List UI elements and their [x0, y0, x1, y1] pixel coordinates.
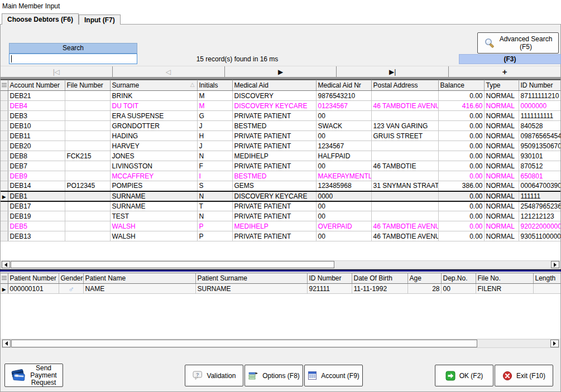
patient-grid: Patient NumberGenderPatient NamePatient …: [1, 273, 560, 294]
scrollbar-track[interactable]: [334, 261, 551, 268]
validation-button[interactable]: ? Validation: [185, 365, 243, 386]
table-row[interactable]: DEB8FCK215JONESNMEDIHELPHALFPAID0.00NORM…: [1, 151, 560, 161]
column-header[interactable]: Medical Aid: [232, 80, 316, 91]
add-record-button[interactable]: +: [449, 66, 560, 77]
table-row[interactable]: DEB5WALSHPMEDIHELPOVERPAID46 TAMBOTIE AV…: [1, 221, 560, 231]
f3-button[interactable]: (F3): [459, 54, 561, 64]
cell: BESTMED: [232, 121, 316, 131]
cell: 00: [316, 111, 371, 121]
table-row[interactable]: ▶000000101♂NAMESURNAME92111111-11-199228…: [1, 284, 560, 294]
record-navigator: |◁ ◁ ▶ ▶| +: [1, 66, 560, 77]
column-header[interactable]: Postal Address: [371, 80, 438, 91]
first-record-icon: |◁: [53, 68, 60, 76]
cell: 09876565454: [519, 131, 560, 141]
cell: M: [197, 101, 232, 111]
previous-record-button[interactable]: ◁: [113, 66, 225, 77]
search-header[interactable]: Search: [9, 43, 137, 54]
scrollbar-thumb[interactable]: [11, 261, 334, 268]
column-header[interactable]: File No.: [476, 273, 533, 284]
table-row[interactable]: DEB3ERA SUSPENSEGPRIVATE PATIENT000.00NO…: [1, 111, 560, 121]
cell: NAME: [83, 284, 195, 294]
column-header[interactable]: File Number: [65, 80, 110, 91]
cell: BESTMED: [232, 171, 316, 181]
column-header[interactable]: Date Of Birth: [352, 273, 407, 284]
tab-choose-debtors[interactable]: Choose Debtors (F6): [2, 13, 79, 25]
grid-divider: [0, 269, 561, 272]
tab-input[interactable]: Input (F7): [79, 14, 121, 25]
column-header[interactable]: ID Number: [307, 273, 352, 284]
cell: 0.00: [438, 131, 484, 141]
exit-x-icon: [502, 371, 512, 381]
cell: NORMAL: [484, 231, 519, 241]
table-row[interactable]: DEB9MCCAFFREYIBESTMEDMAKEPAYMENTLINK0.00…: [1, 171, 560, 181]
next-record-button[interactable]: ▶: [225, 66, 337, 77]
table-row[interactable]: DEB21BRINKMDISCOVERY98765432100.00NORMAL…: [1, 91, 560, 101]
first-record-button[interactable]: |◁: [1, 66, 113, 77]
cell: 0.00: [438, 121, 484, 131]
cell: FCK215: [65, 151, 110, 161]
row-selector-header: [1, 80, 8, 91]
column-header[interactable]: Dep.No.: [441, 273, 476, 284]
table-row[interactable]: DEB13WALSHPPRIVATE PATIENT0046 TAMBOTIE …: [1, 231, 560, 241]
patient-hscrollbar: [2, 339, 559, 348]
column-header[interactable]: Gender: [59, 273, 83, 284]
cell: NORMAL: [484, 191, 519, 201]
column-header[interactable]: Medical Aid Nr: [316, 80, 371, 91]
scroll-right-button[interactable]: [551, 261, 559, 268]
cell: 87111111210: [519, 91, 560, 101]
table-row[interactable]: DEB17SURNAMETPRIVATE PATIENT000.00NORMAL…: [1, 201, 560, 211]
account-label: Account (F9): [321, 372, 359, 380]
table-row[interactable]: DEB11HADINGHPRIVATE PATIENT00GRUIS STREE…: [1, 131, 560, 141]
table-row[interactable]: DEB7LIVINGSTONFPRIVATE PATIENT0046 TAMBO…: [1, 161, 560, 171]
table-row[interactable]: ▶DEB1SURNAMENDISCOVERY KEYCARE00000.00NO…: [1, 191, 560, 201]
cell: DEB8: [8, 151, 65, 161]
cell: PO12345: [65, 181, 110, 191]
table-row[interactable]: DEB14PO12345POMPIESSGEMS12348596831 SNYM…: [1, 181, 560, 191]
scrollbar-thumb[interactable]: [11, 340, 477, 347]
account-button[interactable]: Account (F9): [304, 365, 363, 386]
cell: 930101: [519, 151, 560, 161]
cell: 00: [316, 161, 371, 171]
send-payment-request-button[interactable]: Send Payment Request: [4, 364, 63, 387]
table-row[interactable]: DEB19TESTNPRIVATE PATIENT000.00NORMAL121…: [1, 211, 560, 221]
cell: M: [197, 91, 232, 101]
cell: 840528: [519, 121, 560, 131]
column-header[interactable]: Age: [407, 273, 441, 284]
cell: 9876543210: [316, 91, 371, 101]
scroll-right-button[interactable]: [550, 340, 559, 347]
column-header[interactable]: Type: [484, 80, 519, 91]
exit-button[interactable]: Exit (F10): [495, 365, 553, 386]
column-header[interactable]: Balance: [438, 80, 484, 91]
column-header[interactable]: Surname△: [110, 80, 197, 91]
cell: DEB19: [8, 211, 65, 221]
table-row[interactable]: DEB4DU TOITMDISCOVERY KEYCARE0123456746 …: [1, 101, 560, 111]
cell: G: [197, 111, 232, 121]
advanced-search-button[interactable]: Advanced Search (F5): [477, 32, 559, 54]
last-record-button[interactable]: ▶|: [337, 66, 449, 77]
search-input[interactable]: [12, 55, 135, 63]
cell: DEB14: [8, 181, 65, 191]
column-header[interactable]: Patient Name: [83, 273, 195, 284]
row-selector: [1, 121, 8, 131]
column-header[interactable]: Patient Surname: [195, 273, 307, 284]
table-row[interactable]: DEB10GRONDOTTERJBESTMEDSWACK123 VAN GARI…: [1, 121, 560, 131]
scroll-left-button[interactable]: [2, 340, 11, 347]
cell: NORMAL: [484, 161, 519, 171]
cell: HALFPAID: [316, 151, 371, 161]
scrollbar-track[interactable]: [477, 340, 550, 347]
options-button[interactable]: Options (F8): [244, 365, 303, 386]
column-header[interactable]: Initials: [197, 80, 232, 91]
row-selector: [1, 161, 8, 171]
cell: 00064700390: [519, 181, 560, 191]
cell: [371, 201, 438, 211]
cell: N: [197, 191, 232, 201]
ok-button[interactable]: OK (F2): [435, 365, 493, 386]
cell: [65, 101, 110, 111]
column-header[interactable]: ID Number: [519, 80, 560, 91]
cell: 650801: [519, 171, 560, 181]
column-header[interactable]: Account Number: [8, 80, 65, 91]
column-header[interactable]: Patient Number: [8, 273, 59, 284]
scroll-left-button[interactable]: [2, 261, 10, 268]
column-header[interactable]: Length: [533, 273, 560, 284]
table-row[interactable]: DEB20HARVEYJPRIVATE PATIENT12345670.00NO…: [1, 141, 560, 151]
